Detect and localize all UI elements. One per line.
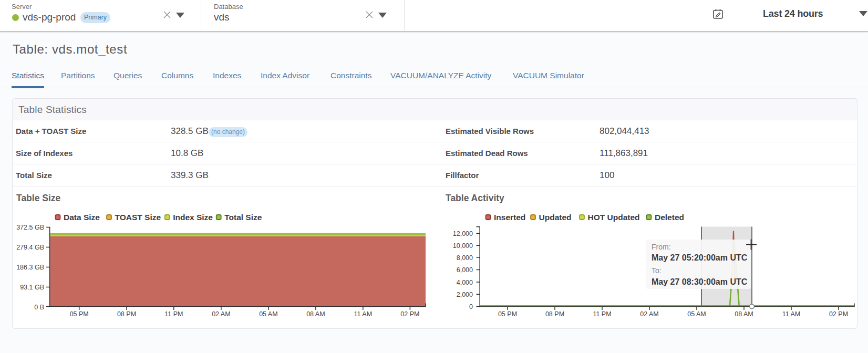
svg-text:6,000: 6,000 bbox=[457, 266, 473, 274]
svg-text:11 PM: 11 PM bbox=[164, 310, 183, 318]
svg-text:02 AM: 02 AM bbox=[640, 310, 658, 318]
svg-text:11 AM: 11 AM bbox=[354, 310, 373, 318]
svg-text:Index Size: Index Size bbox=[173, 213, 213, 222]
svg-text:8,000: 8,000 bbox=[457, 254, 473, 262]
svg-text:4,000: 4,000 bbox=[457, 279, 473, 286]
svg-text:Total Size: Total Size bbox=[224, 213, 262, 222]
svg-text:08 PM: 08 PM bbox=[117, 310, 136, 318]
svg-text:05 AM: 05 AM bbox=[687, 310, 706, 318]
svg-text:May 27 08:30:00am UTC: May 27 08:30:00am UTC bbox=[652, 277, 748, 286]
svg-text:Inserted: Inserted bbox=[494, 213, 525, 222]
svg-text:05 PM: 05 PM bbox=[70, 310, 89, 318]
svg-text:From:: From: bbox=[652, 243, 671, 251]
svg-text:372.5 GB: 372.5 GB bbox=[16, 224, 44, 231]
svg-text:TOAST Size: TOAST Size bbox=[115, 213, 161, 222]
svg-text:02 PM: 02 PM bbox=[400, 310, 419, 318]
svg-text:08 AM: 08 AM bbox=[306, 310, 325, 318]
svg-text:08 PM: 08 PM bbox=[545, 310, 564, 318]
svg-text:2,000: 2,000 bbox=[457, 291, 473, 298]
svg-text:186.3 GB: 186.3 GB bbox=[16, 264, 44, 271]
svg-text:10,000: 10,000 bbox=[453, 242, 473, 250]
svg-text:0 B: 0 B bbox=[34, 304, 44, 311]
svg-text:To:: To: bbox=[652, 266, 662, 275]
svg-text:0: 0 bbox=[469, 303, 473, 310]
svg-text:Updated: Updated bbox=[539, 213, 572, 222]
svg-text:93.1 GB: 93.1 GB bbox=[20, 284, 44, 291]
svg-text:11 PM: 11 PM bbox=[593, 310, 611, 318]
svg-text:May 27 05:20:00am UTC: May 27 05:20:00am UTC bbox=[652, 253, 748, 262]
svg-text:05 AM: 05 AM bbox=[259, 310, 277, 318]
svg-text:Data Size: Data Size bbox=[64, 213, 100, 222]
svg-text:11 AM: 11 AM bbox=[782, 310, 801, 318]
svg-text:05 PM: 05 PM bbox=[498, 310, 517, 318]
svg-text:12,000: 12,000 bbox=[453, 230, 473, 237]
svg-text:02 PM: 02 PM bbox=[829, 310, 848, 318]
svg-text:279.4 GB: 279.4 GB bbox=[16, 244, 44, 251]
svg-text:08 AM: 08 AM bbox=[735, 310, 753, 318]
svg-text:02 AM: 02 AM bbox=[212, 310, 230, 318]
svg-text:HOT Updated: HOT Updated bbox=[588, 213, 640, 222]
svg-text:Deleted: Deleted bbox=[655, 213, 684, 222]
